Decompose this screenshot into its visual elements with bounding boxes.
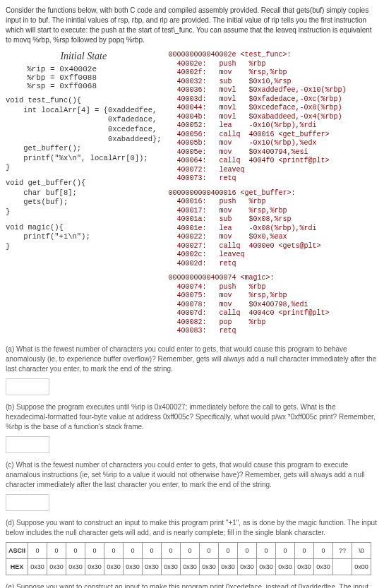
answer-a-input[interactable] bbox=[6, 378, 49, 395]
ascii-label: ASCII bbox=[6, 542, 28, 558]
asm-test-func: 000000000040002e <test_func>: 40002e: pu… bbox=[169, 51, 378, 184]
reg-rbp: %rbp = 0xff0088 bbox=[6, 73, 162, 82]
c-get-buffer: void get_buffer(){ char buf[8]; gets(buf… bbox=[6, 179, 162, 217]
panel-title: Initial State bbox=[6, 51, 162, 62]
question-c: (c) What is the fewest number of charact… bbox=[6, 460, 378, 490]
question-b: (b) Suppose the program executes until %… bbox=[6, 402, 378, 432]
table-row: HEX 0x300x300x300x30 0x300x300x300x30 0x… bbox=[6, 558, 371, 575]
reg-rip: %rip = 0x40002e bbox=[6, 65, 162, 73]
question-d: (d) Suppose you want to construct an inp… bbox=[6, 518, 378, 538]
table-d: ASCII 0000 0000 0000 0000 ?? \0 HEX 0x30… bbox=[6, 542, 371, 575]
question-a: (a) What is the fewest number of charact… bbox=[6, 344, 378, 374]
c-magic: void magic(){ printf("+1\n"); } bbox=[6, 223, 162, 252]
blank-d-hex-input[interactable] bbox=[333, 558, 352, 575]
asm-get-buffer: 0000000000400016 <get_buffer>: 400016: p… bbox=[169, 189, 378, 269]
intro-text: Consider the functions below, with both … bbox=[6, 6, 378, 45]
reg-rsp: %rsp = 0xff0068 bbox=[6, 82, 162, 90]
table-row: ASCII 0000 0000 0000 0000 ?? \0 bbox=[6, 542, 371, 558]
asm-magic: 0000000000400074 <magic>: 400074: push %… bbox=[169, 274, 378, 336]
question-e: (e) Suppose you want to construct an inp… bbox=[6, 582, 378, 589]
hex-label: HEX bbox=[6, 558, 28, 575]
c-test-func: void test_func(){ int localArr[4] = {0xa… bbox=[6, 96, 162, 173]
answer-c-input[interactable] bbox=[6, 494, 49, 511]
blank-d-input[interactable]: ?? bbox=[333, 542, 352, 558]
code-panel: Initial State %rip = 0x40002e %rbp = 0xf… bbox=[6, 51, 378, 336]
answer-b-input[interactable] bbox=[6, 436, 49, 453]
